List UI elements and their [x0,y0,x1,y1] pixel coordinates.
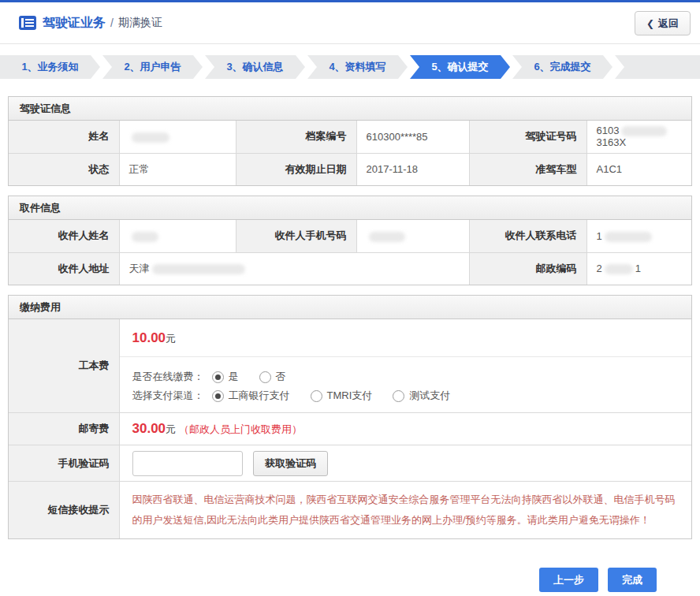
radio-unchecked-icon [311,390,322,402]
table-row: 姓名 档案编号 610300****85 驾驶证号码 61033163X [9,121,691,153]
step-4-fill-data[interactable]: 4、资料填写 [307,55,408,79]
step-bar-filler [615,55,700,79]
step-1-business-notes[interactable]: 1、业务须知 [0,55,100,79]
workfee-currency: 元 [166,333,176,345]
redacted-value [369,232,405,242]
online-pay-row: 是否在线缴费： 是 否 [132,370,680,384]
footer-actions: 上一步 完成 [0,568,700,592]
radio-checked-icon [212,390,224,402]
recipient-phone-prefix: 1 [597,230,602,242]
postcode-prefix: 2 [597,263,602,274]
redacted-value [605,264,633,274]
step-5-confirm-submit[interactable]: 5、确认提交 [410,55,510,79]
workfee-label: 工本费 [9,319,119,413]
redacted-value [605,232,652,242]
channel-tmri-option[interactable]: TMRI支付 [311,389,373,403]
channel-icbc-label: 工商银行支付 [229,389,290,403]
redacted-value [132,132,169,143]
license-no-value: 61033163X [586,121,691,153]
redacted-value [132,232,158,242]
recipient-address-label: 收件人地址 [9,252,119,285]
previous-step-button[interactable]: 上一步 [539,568,598,592]
step-2-user-declaration[interactable]: 2、用户申告 [102,55,203,79]
postfee-amount: 30.00 [132,421,166,436]
vehicle-class-label: 准驾车型 [469,153,586,185]
table-row: 工本费 10.00元 是否在线缴费： 是 否 [9,319,691,413]
table-row: 收件人姓名 收件人手机号码 收件人联系电话 1 [9,220,691,252]
table-row: 邮寄费 30.00元（邮政人员上门收取费用） [9,413,691,445]
file-no-label: 档案编号 [236,121,356,153]
postfee-label: 邮寄费 [9,413,119,445]
online-pay-label: 是否在线缴费： [132,370,204,384]
table-row: 收件人地址 天津 邮政编码 21 [9,252,691,285]
step-wizard: 1、业务须知 2、用户申告 3、确认信息 4、资料填写 5、确认提交 6、完成提… [0,55,700,79]
finish-button[interactable]: 完成 [608,568,657,592]
breadcrumb-separator: / [110,17,114,29]
workfee-cell: 10.00元 是否在线缴费： 是 否 [119,319,691,413]
page-header: 驾驶证业务 / 期满换证 ❮ 返回 [0,2,700,44]
recipient-name-value [119,220,236,252]
get-code-button[interactable]: 获取验证码 [253,451,328,476]
page-title: 驾驶证业务 [43,15,106,32]
channel-icbc-option[interactable]: 工商银行支付 [212,389,290,403]
step-6-complete-submit[interactable]: 6、完成提交 [512,55,612,79]
postcode-value: 21 [586,252,691,285]
sms-notice-label: 短信接收提示 [9,482,119,539]
file-no-value: 610300****85 [356,121,469,153]
online-pay-no-option[interactable]: 否 [259,370,286,384]
postfee-currency: 元 [166,423,176,435]
radio-unchecked-icon [259,371,271,383]
pay-options: 是否在线缴费： 是 否 选择支付渠道： [120,357,692,412]
back-button[interactable]: ❮ 返回 [635,11,691,35]
back-chevron-icon: ❮ [646,18,654,29]
recipient-phone-value: 1 [586,220,691,252]
recipient-address-value: 天津 [119,252,469,285]
sms-code-input[interactable] [132,451,243,476]
channel-test-option[interactable]: 测试支付 [393,389,450,403]
back-button-label: 返回 [658,17,679,31]
workfee-amount: 10.00 [132,330,166,345]
redacted-value [152,264,245,274]
license-no-label: 驾驶证号码 [469,121,586,153]
step-3-confirm-info[interactable]: 3、确认信息 [205,55,305,79]
fees-title: 缴纳费用 [9,296,691,319]
license-business-icon [19,16,36,30]
channel-tmri-label: TMRI支付 [327,389,373,403]
postfee-note: （邮政人员上门收取费用） [179,423,302,435]
online-pay-yes-option[interactable]: 是 [212,370,239,384]
license-info-table: 姓名 档案编号 610300****85 驾驶证号码 61033163X 状态 … [9,121,691,185]
pickup-info-table: 收件人姓名 收件人手机号码 收件人联系电话 1 收件人地址 天津 邮政编码 21 [9,220,691,285]
name-value [119,121,236,153]
status-value: 正常 [119,153,236,185]
license-no-prefix: 6103 [597,125,620,136]
radio-checked-icon [212,371,224,383]
table-row: 状态 正常 有效期止日期 2017-11-18 准驾车型 A1C1 [9,153,691,185]
workfee-amount-row: 10.00元 [120,319,692,357]
channel-test-label: 测试支付 [409,389,450,403]
redacted-value [621,126,667,136]
online-pay-no-label: 否 [276,370,286,384]
pay-channel-row: 选择支付渠道： 工商银行支付 TMRI支付 测试支付 [132,389,680,403]
sms-notice-cell: 因陕西省联通、电信运营商技术问题，陕西省互联网交通安全综合服务管理平台无法向持陕… [119,482,691,539]
license-no-suffix: 3163X [597,136,627,148]
vehicle-class-value: A1C1 [586,153,691,185]
pay-channel-label: 选择支付渠道： [132,389,204,403]
sms-code-cell: 获取验证码 [119,445,691,482]
sms-code-label: 手机验证码 [9,445,119,482]
sms-notice-text: 因陕西省联通、电信运营商技术问题，陕西省互联网交通安全综合服务管理平台无法向持陕… [132,486,680,534]
fees-panel: 缴纳费用 工本费 10.00元 是否在线缴费： 是 [8,295,692,539]
name-label: 姓名 [9,121,119,153]
table-row: 手机验证码 获取验证码 [9,445,691,482]
fees-table: 工本费 10.00元 是否在线缴费： 是 否 [9,319,691,538]
status-label: 状态 [9,153,119,185]
recipient-phone-label: 收件人联系电话 [469,220,586,252]
table-row: 短信接收提示 因陕西省联通、电信运营商技术问题，陕西省互联网交通安全综合服务管理… [9,482,691,539]
postcode-label: 邮政编码 [469,252,586,285]
postcode-suffix: 1 [635,263,641,274]
valid-until-label: 有效期止日期 [236,153,356,185]
breadcrumb-current: 期满换证 [118,16,162,30]
pickup-info-title: 取件信息 [9,196,691,220]
online-pay-yes-label: 是 [229,370,239,384]
pickup-info-panel: 取件信息 收件人姓名 收件人手机号码 收件人联系电话 1 收件人地址 天津 邮政… [8,196,692,285]
address-prefix: 天津 [129,263,150,274]
